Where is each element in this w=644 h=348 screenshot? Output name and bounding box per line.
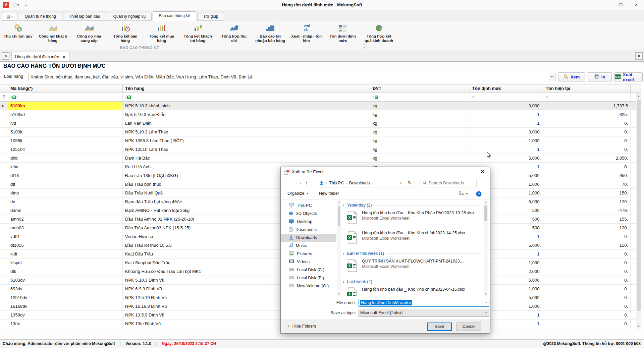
column-header[interactable]: Mã hàng(*) — [8, 84, 123, 93]
ribbon-item[interactable]: Báo cáo lợi nhuận bán hàng — [252, 22, 288, 43]
file-group-header[interactable]: ∨Earlier this week (1) — [342, 250, 481, 256]
cell-current-stock: 150. — [543, 189, 631, 197]
dialog-footer: ∧ Hide Folders Save Cancel — [281, 320, 490, 333]
ribbon-collapse-icon[interactable]: ∧ — [362, 44, 367, 49]
ribbon-item[interactable]: €$ Thu chi tồn quỹ — [1, 22, 35, 39]
sidebar-folder-item[interactable]: This PC — [281, 201, 336, 210]
menu-tab[interactable]: Thiết lập ban đầu — [63, 12, 106, 21]
file-name-input[interactable]: HangTonDuoiDinhMuc.xlsx ∨ — [359, 299, 489, 307]
file-item[interactable]: XHàng tồn kho ban đầu _ Kho Kho chính202… — [342, 286, 481, 296]
ribbon-item[interactable]: Tổng hợp kết quả kinh doanh — [361, 22, 397, 43]
chevron-down-icon[interactable]: ∨ — [485, 309, 487, 316]
chevron-down-icon[interactable]: ∨ — [485, 299, 487, 306]
sidebar-folder-item[interactable]: Downloads — [281, 234, 336, 242]
equals-filter-icon[interactable]: = — [470, 93, 543, 101]
table-row[interactable]: 1055lt NPK 1055.3 Lâm Thao ( BỘT) kg 1,0… — [0, 136, 641, 145]
menu-tab[interactable]: Báo cáo thống kê — [153, 11, 196, 21]
menu-tab[interactable]: Quản lý nghiệp vụ — [107, 12, 152, 21]
save-button[interactable]: Save — [427, 323, 452, 331]
app-menu-button[interactable]: ▤▽ — [2, 12, 17, 21]
page-title: BÁO CÁO HÀNG TỒN DƯỚI ĐỊNH MỨC — [3, 63, 106, 69]
table-row[interactable]: 5103lt NPK 5.10.3 Lâm Thao kg 3,000. 0. — [0, 128, 641, 136]
new-folder-button[interactable]: New folder — [319, 191, 339, 196]
forward-icon[interactable]: → — [293, 180, 298, 186]
ribbon-item[interactable]: Tồn dưới định mức — [325, 22, 361, 43]
scroll-up-icon[interactable]: ▲ — [637, 95, 641, 98]
column-header[interactable]: Tồn hiện tại — [543, 84, 631, 93]
back-icon[interactable]: ← — [285, 180, 289, 186]
ribbon-item[interactable]: Tổng kết mua hàng — [144, 22, 180, 43]
cell-code: lvd — [8, 119, 123, 127]
sidebar-folder-item[interactable]: New Volume (G:) — [281, 282, 336, 290]
sidebar-folder-item[interactable]: Videos — [281, 258, 336, 266]
document-tab[interactable]: Hàng tồn dưới định mức ✕ — [11, 52, 69, 62]
breadcrumb-folder[interactable]: Downloads — [349, 181, 370, 185]
history-chevron-icon[interactable]: ∨ — [300, 182, 302, 185]
search-input[interactable]: Search Downloads — [420, 179, 477, 187]
breadcrumb[interactable]: › This PC › Downloads › ∨ — [317, 179, 404, 187]
close-button[interactable]: × — [629, 0, 644, 10]
sidebar-folder-item[interactable]: 3D Objects — [281, 210, 336, 218]
refresh-icon[interactable]: ↻ — [405, 179, 415, 187]
organize-button[interactable]: Organize▼ — [287, 191, 309, 196]
sidebar-folder-item[interactable]: Local Disk (C:) — [281, 266, 336, 274]
ribbon-item[interactable]: Tổng kết bán hàng — [107, 22, 144, 43]
up-icon[interactable]: ↑ — [306, 180, 308, 186]
hide-folders-button[interactable]: ∧ Hide Folders — [287, 324, 316, 329]
ribbon-item[interactable]: Tổng kết khách trả hàng — [180, 22, 216, 43]
ribbon-item[interactable]: Tổng hợp thu chi — [216, 22, 252, 43]
dialog-close-icon[interactable]: ✕ — [475, 167, 490, 177]
grid-vertical-scrollbar[interactable]: ▲ ▼ — [636, 93, 641, 329]
minimize-button[interactable]: ─ — [598, 0, 613, 10]
menu-tab[interactable]: Trợ giúp — [197, 12, 224, 21]
view-selector-icon[interactable]: ▼ — [459, 191, 468, 196]
abc-filter-icon[interactable]: aBc — [123, 93, 370, 101]
ribbon-item[interactable]: Công nợ khách hàng — [35, 22, 71, 43]
ribbon-item[interactable]: Công nợ nhà cung cấp — [71, 22, 107, 43]
save-as-type-select[interactable]: Microsoft Excel (*.xlsx) ∨ — [359, 309, 489, 317]
chevron-down-icon[interactable]: ▼ — [549, 73, 555, 80]
breadcrumb-chevron-icon[interactable]: ∨ — [400, 182, 402, 185]
equals-filter-icon[interactable]: = — [543, 93, 631, 101]
cancel-button[interactable]: Cancel — [457, 323, 481, 331]
column-header[interactable]: ĐVT — [370, 84, 470, 93]
document-tab-close-icon[interactable]: ✕ — [62, 55, 66, 59]
maximize-button[interactable]: □ — [613, 0, 629, 10]
scroll-down-icon[interactable]: ▼ — [637, 325, 641, 328]
table-row[interactable]: 12510lt NPK 12510 Lâm Thao kg 1. 0. — [0, 145, 641, 154]
sidebar-folder-item[interactable]: Desktop — [281, 218, 336, 226]
tabstrip-close-left-icon[interactable]: ✕ — [2, 52, 9, 60]
view-button[interactable]: Xem — [558, 72, 585, 81]
abc-filter-icon[interactable]: aBc — [370, 93, 470, 101]
sidebar-folder-item[interactable]: Local Disk (E:) — [281, 274, 336, 282]
breadcrumb-root[interactable]: This PC — [329, 181, 344, 185]
sidebar-folder-item[interactable]: Documents — [281, 226, 336, 234]
file-list-scrollbar[interactable]: ∧∨ — [484, 200, 488, 296]
scrollbar-thumb[interactable] — [637, 100, 641, 311]
table-row[interactable]: dhb Đạm Hà Bắc kg 5,000. 2,850. — [0, 154, 641, 163]
menu-tab[interactable]: Quản trị hệ thống — [19, 12, 62, 21]
help-icon[interactable]: ? — [476, 191, 482, 197]
sidebar-folder-item[interactable]: Music — [281, 242, 336, 250]
ribbon-item[interactable]: Xuất - nhập - tồn kho — [288, 22, 325, 43]
ribbon-item-label: Công nợ khách hàng — [37, 34, 69, 43]
sidebar-scrollbar[interactable]: ∧∨ — [337, 200, 341, 296]
column-header[interactable]: Tên hàng — [123, 84, 370, 93]
print-button[interactable]: In — [588, 72, 612, 81]
column-header[interactable]: Tồn định mức — [470, 84, 543, 93]
export-excel-button[interactable]: XLSX Xuất excel — [614, 72, 643, 81]
file-name-value: HangTonDuoiDinhMuc.xlsx — [360, 300, 412, 305]
file-item[interactable]: XQUY TRÌNH SẢN XUẤT-FLOWCHART-PMT-241023… — [342, 258, 481, 277]
file-group-header[interactable]: ∨Last week (4) — [342, 279, 481, 285]
table-row[interactable]: 5103ks NPK 5.10.3 khánh sinh kg 3,000. 1… — [0, 102, 641, 110]
table-row[interactable]: lvd Lân Văn Điển kg 1. 0. — [0, 119, 641, 128]
product-type-combobox[interactable]: Khánh Sinh, bón thúc, đạm ure, kali, đầu… — [28, 73, 555, 81]
table-row[interactable]: 5103vd Npk 5.10.3 Văn Điển kg 1. -625. — [0, 110, 641, 119]
abc-filter-icon[interactable]: aBc — [8, 93, 123, 101]
file-item[interactable]: XHàng tồn kho ban đầu _ Kho Kho Phân Phố… — [342, 210, 481, 228]
sidebar-folder-item[interactable]: Pictures — [281, 250, 336, 258]
file-group-header[interactable]: ∨Yesterday (2) — [342, 202, 481, 208]
file-item[interactable]: XHàng tồn kho ban đầu _ Kho Kho chính202… — [342, 230, 481, 248]
tabstrip-close-right-icon[interactable]: ✕ — [635, 52, 643, 60]
dialog-title: Xuất ra file Excel — [292, 167, 323, 177]
